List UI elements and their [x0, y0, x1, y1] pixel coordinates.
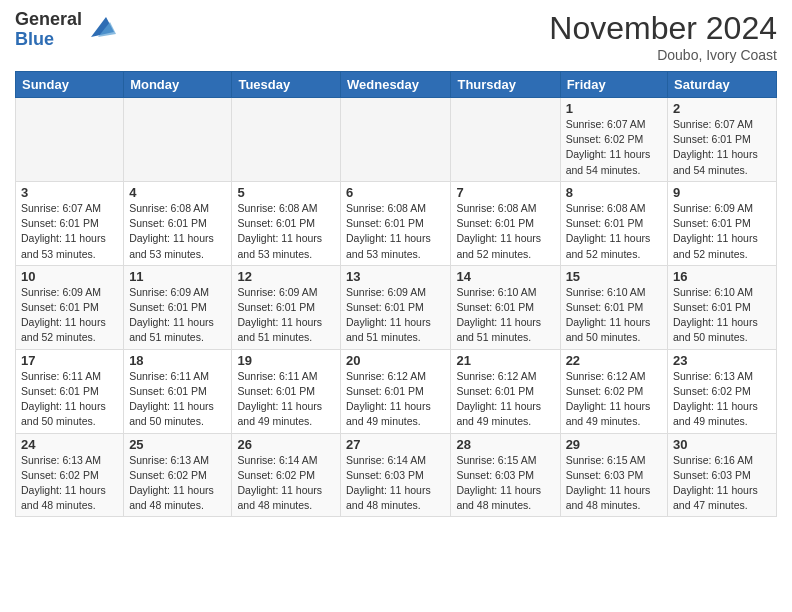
weekday-header-wednesday: Wednesday [341, 72, 451, 98]
calendar-cell: 30Sunrise: 6:16 AM Sunset: 6:03 PM Dayli… [668, 433, 777, 517]
day-number: 5 [237, 185, 335, 200]
calendar-cell [451, 98, 560, 182]
day-number: 2 [673, 101, 771, 116]
calendar-cell: 27Sunrise: 6:14 AM Sunset: 6:03 PM Dayli… [341, 433, 451, 517]
calendar-cell: 2Sunrise: 6:07 AM Sunset: 6:01 PM Daylig… [668, 98, 777, 182]
day-info: Sunrise: 6:08 AM Sunset: 6:01 PM Dayligh… [566, 201, 662, 262]
day-info: Sunrise: 6:15 AM Sunset: 6:03 PM Dayligh… [456, 453, 554, 514]
calendar-cell [232, 98, 341, 182]
day-info: Sunrise: 6:09 AM Sunset: 6:01 PM Dayligh… [346, 285, 445, 346]
day-info: Sunrise: 6:08 AM Sunset: 6:01 PM Dayligh… [456, 201, 554, 262]
calendar-cell: 16Sunrise: 6:10 AM Sunset: 6:01 PM Dayli… [668, 265, 777, 349]
day-info: Sunrise: 6:07 AM Sunset: 6:02 PM Dayligh… [566, 117, 662, 178]
day-info: Sunrise: 6:08 AM Sunset: 6:01 PM Dayligh… [237, 201, 335, 262]
weekday-header-friday: Friday [560, 72, 667, 98]
day-number: 19 [237, 353, 335, 368]
calendar-cell: 26Sunrise: 6:14 AM Sunset: 6:02 PM Dayli… [232, 433, 341, 517]
day-info: Sunrise: 6:10 AM Sunset: 6:01 PM Dayligh… [566, 285, 662, 346]
day-number: 9 [673, 185, 771, 200]
calendar-cell: 4Sunrise: 6:08 AM Sunset: 6:01 PM Daylig… [124, 181, 232, 265]
logo-icon [86, 12, 116, 42]
calendar-week-row: 3Sunrise: 6:07 AM Sunset: 6:01 PM Daylig… [16, 181, 777, 265]
day-info: Sunrise: 6:14 AM Sunset: 6:02 PM Dayligh… [237, 453, 335, 514]
day-number: 21 [456, 353, 554, 368]
day-number: 8 [566, 185, 662, 200]
day-info: Sunrise: 6:14 AM Sunset: 6:03 PM Dayligh… [346, 453, 445, 514]
calendar-cell: 19Sunrise: 6:11 AM Sunset: 6:01 PM Dayli… [232, 349, 341, 433]
day-number: 1 [566, 101, 662, 116]
day-info: Sunrise: 6:07 AM Sunset: 6:01 PM Dayligh… [21, 201, 118, 262]
calendar-cell: 7Sunrise: 6:08 AM Sunset: 6:01 PM Daylig… [451, 181, 560, 265]
weekday-header-saturday: Saturday [668, 72, 777, 98]
day-number: 27 [346, 437, 445, 452]
calendar-week-row: 24Sunrise: 6:13 AM Sunset: 6:02 PM Dayli… [16, 433, 777, 517]
logo: General Blue [15, 10, 116, 50]
calendar-cell: 13Sunrise: 6:09 AM Sunset: 6:01 PM Dayli… [341, 265, 451, 349]
day-info: Sunrise: 6:13 AM Sunset: 6:02 PM Dayligh… [129, 453, 226, 514]
calendar-cell: 29Sunrise: 6:15 AM Sunset: 6:03 PM Dayli… [560, 433, 667, 517]
day-info: Sunrise: 6:11 AM Sunset: 6:01 PM Dayligh… [21, 369, 118, 430]
header: General Blue November 2024 Doubo, Ivory … [15, 10, 777, 63]
calendar-cell [341, 98, 451, 182]
day-number: 26 [237, 437, 335, 452]
weekday-header-monday: Monday [124, 72, 232, 98]
calendar-week-row: 1Sunrise: 6:07 AM Sunset: 6:02 PM Daylig… [16, 98, 777, 182]
day-info: Sunrise: 6:13 AM Sunset: 6:02 PM Dayligh… [21, 453, 118, 514]
day-info: Sunrise: 6:07 AM Sunset: 6:01 PM Dayligh… [673, 117, 771, 178]
day-info: Sunrise: 6:12 AM Sunset: 6:01 PM Dayligh… [346, 369, 445, 430]
calendar-cell: 23Sunrise: 6:13 AM Sunset: 6:02 PM Dayli… [668, 349, 777, 433]
day-number: 24 [21, 437, 118, 452]
calendar-week-row: 17Sunrise: 6:11 AM Sunset: 6:01 PM Dayli… [16, 349, 777, 433]
day-number: 14 [456, 269, 554, 284]
calendar-cell: 5Sunrise: 6:08 AM Sunset: 6:01 PM Daylig… [232, 181, 341, 265]
day-number: 13 [346, 269, 445, 284]
logo-text: General Blue [15, 10, 82, 50]
weekday-header-tuesday: Tuesday [232, 72, 341, 98]
calendar-cell: 9Sunrise: 6:09 AM Sunset: 6:01 PM Daylig… [668, 181, 777, 265]
day-info: Sunrise: 6:10 AM Sunset: 6:01 PM Dayligh… [673, 285, 771, 346]
day-info: Sunrise: 6:08 AM Sunset: 6:01 PM Dayligh… [346, 201, 445, 262]
day-info: Sunrise: 6:09 AM Sunset: 6:01 PM Dayligh… [237, 285, 335, 346]
day-number: 17 [21, 353, 118, 368]
day-number: 12 [237, 269, 335, 284]
calendar-cell: 24Sunrise: 6:13 AM Sunset: 6:02 PM Dayli… [16, 433, 124, 517]
day-info: Sunrise: 6:12 AM Sunset: 6:01 PM Dayligh… [456, 369, 554, 430]
calendar-cell: 3Sunrise: 6:07 AM Sunset: 6:01 PM Daylig… [16, 181, 124, 265]
day-number: 4 [129, 185, 226, 200]
calendar-table: SundayMondayTuesdayWednesdayThursdayFrid… [15, 71, 777, 517]
day-number: 18 [129, 353, 226, 368]
day-number: 15 [566, 269, 662, 284]
calendar-cell: 25Sunrise: 6:13 AM Sunset: 6:02 PM Dayli… [124, 433, 232, 517]
day-number: 3 [21, 185, 118, 200]
day-info: Sunrise: 6:09 AM Sunset: 6:01 PM Dayligh… [673, 201, 771, 262]
calendar-cell: 20Sunrise: 6:12 AM Sunset: 6:01 PM Dayli… [341, 349, 451, 433]
day-info: Sunrise: 6:09 AM Sunset: 6:01 PM Dayligh… [21, 285, 118, 346]
day-number: 22 [566, 353, 662, 368]
calendar-cell [16, 98, 124, 182]
location: Doubo, Ivory Coast [549, 47, 777, 63]
day-number: 10 [21, 269, 118, 284]
calendar-cell: 11Sunrise: 6:09 AM Sunset: 6:01 PM Dayli… [124, 265, 232, 349]
day-info: Sunrise: 6:13 AM Sunset: 6:02 PM Dayligh… [673, 369, 771, 430]
calendar-cell: 18Sunrise: 6:11 AM Sunset: 6:01 PM Dayli… [124, 349, 232, 433]
day-number: 28 [456, 437, 554, 452]
calendar-cell: 12Sunrise: 6:09 AM Sunset: 6:01 PM Dayli… [232, 265, 341, 349]
day-number: 11 [129, 269, 226, 284]
day-info: Sunrise: 6:11 AM Sunset: 6:01 PM Dayligh… [129, 369, 226, 430]
day-number: 23 [673, 353, 771, 368]
calendar-cell: 1Sunrise: 6:07 AM Sunset: 6:02 PM Daylig… [560, 98, 667, 182]
day-info: Sunrise: 6:08 AM Sunset: 6:01 PM Dayligh… [129, 201, 226, 262]
calendar-cell: 10Sunrise: 6:09 AM Sunset: 6:01 PM Dayli… [16, 265, 124, 349]
calendar-cell: 6Sunrise: 6:08 AM Sunset: 6:01 PM Daylig… [341, 181, 451, 265]
day-number: 7 [456, 185, 554, 200]
calendar-cell: 17Sunrise: 6:11 AM Sunset: 6:01 PM Dayli… [16, 349, 124, 433]
calendar-cell [124, 98, 232, 182]
calendar-cell: 22Sunrise: 6:12 AM Sunset: 6:02 PM Dayli… [560, 349, 667, 433]
day-number: 25 [129, 437, 226, 452]
day-number: 29 [566, 437, 662, 452]
calendar-week-row: 10Sunrise: 6:09 AM Sunset: 6:01 PM Dayli… [16, 265, 777, 349]
day-info: Sunrise: 6:10 AM Sunset: 6:01 PM Dayligh… [456, 285, 554, 346]
title-area: November 2024 Doubo, Ivory Coast [549, 10, 777, 63]
day-number: 30 [673, 437, 771, 452]
calendar-cell: 21Sunrise: 6:12 AM Sunset: 6:01 PM Dayli… [451, 349, 560, 433]
